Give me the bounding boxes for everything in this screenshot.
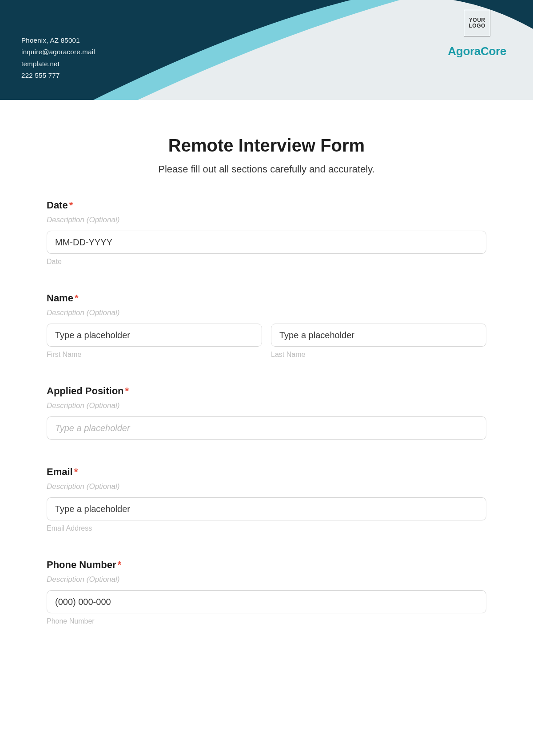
page-header: Phoenix, AZ 85001 inquire@agoracore.mail…: [0, 0, 533, 100]
contact-info: Phoenix, AZ 85001 inquire@agoracore.mail…: [21, 35, 95, 81]
contact-website: template.net: [21, 58, 95, 70]
position-input[interactable]: [47, 416, 486, 440]
position-label: Applied Position*: [47, 385, 486, 397]
phone-label-text: Phone Number: [47, 559, 116, 570]
last-name-sublabel: Last Name: [271, 351, 486, 359]
logo-placeholder: YOUR LOGO: [464, 10, 490, 36]
field-email: Email* Description (Optional) Email Addr…: [47, 466, 486, 532]
field-date: Date* Description (Optional) Date: [47, 200, 486, 266]
logo-text: YOUR LOGO: [469, 17, 485, 29]
phone-label: Phone Number*: [47, 559, 486, 571]
form-subtitle: Please fill out all sections carefully a…: [47, 164, 486, 175]
contact-address: Phoenix, AZ 85001: [21, 35, 95, 46]
form-title: Remote Interview Form: [47, 136, 486, 156]
date-sublabel: Date: [47, 258, 486, 266]
contact-phone: 222 555 777: [21, 70, 95, 81]
email-label: Email*: [47, 466, 486, 478]
date-label-text: Date: [47, 200, 68, 211]
form-body: Remote Interview Form Please fill out al…: [0, 100, 533, 670]
brand-block: YOUR LOGO AgoraCore: [448, 10, 506, 58]
name-label: Name*: [47, 292, 486, 304]
phone-sublabel: Phone Number: [47, 617, 486, 625]
position-description: Description (Optional): [47, 401, 486, 410]
phone-input[interactable]: [47, 590, 486, 613]
last-name-input[interactable]: [271, 324, 486, 347]
date-description: Description (Optional): [47, 216, 486, 224]
date-label: Date*: [47, 200, 486, 211]
phone-description: Description (Optional): [47, 575, 486, 584]
required-marker: *: [75, 292, 79, 304]
first-name-input[interactable]: [47, 324, 262, 347]
email-sublabel: Email Address: [47, 524, 486, 532]
required-marker: *: [69, 200, 73, 211]
name-label-text: Name: [47, 292, 73, 304]
contact-email: inquire@agoracore.mail: [21, 46, 95, 58]
first-name-sublabel: First Name: [47, 351, 262, 359]
field-name: Name* Description (Optional) First Name …: [47, 292, 486, 359]
date-input[interactable]: [47, 231, 486, 254]
brand-name: AgoraCore: [448, 44, 506, 58]
required-marker: *: [117, 559, 121, 570]
email-description: Description (Optional): [47, 482, 486, 491]
email-label-text: Email: [47, 466, 73, 477]
email-input[interactable]: [47, 497, 486, 520]
field-position: Applied Position* Description (Optional): [47, 385, 486, 440]
field-phone: Phone Number* Description (Optional) Pho…: [47, 559, 486, 625]
name-description: Description (Optional): [47, 308, 486, 317]
position-label-text: Applied Position: [47, 385, 124, 396]
required-marker: *: [74, 466, 78, 477]
required-marker: *: [125, 385, 129, 396]
